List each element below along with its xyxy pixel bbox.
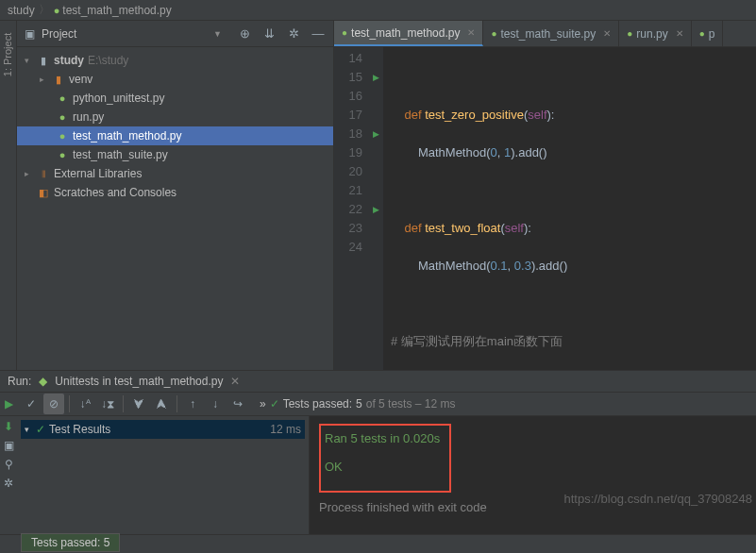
run-line-icon[interactable]: ▶ (368, 68, 383, 87)
folder-icon: ▮ (51, 74, 66, 86)
editor-tabs: ● test_math_method.py ✕ ● test_math_suit… (334, 21, 756, 47)
python-file-icon: ● (55, 130, 70, 142)
prev-icon[interactable]: ↑ (182, 394, 203, 414)
scratch-icon: ◧ (36, 187, 51, 199)
run-line-icon[interactable]: ▶ (368, 125, 383, 143)
code-editor[interactable]: 1415161718192021222324 ▶ ▶ ▶ def test_ze… (334, 47, 756, 370)
locate-icon[interactable]: ⊕ (235, 26, 254, 41)
status-popup[interactable]: Tests passed: 5 (21, 533, 120, 552)
project-tree[interactable]: ▾ ▮ study E:\study ▸ ▮ venv ● python_uni… (17, 47, 333, 370)
code-line[interactable]: MathMethod(0.1, 0.3).add() (391, 257, 756, 276)
close-icon[interactable]: ✕ (230, 375, 240, 388)
code-line[interactable]: MathMethod(0, 1).add() (391, 143, 756, 162)
play-icon[interactable]: ▶ (5, 397, 13, 411)
run-config-name[interactable]: Unittests in test_math_method.py (55, 375, 223, 388)
run-side-toolbar: ⬇ ▣ ⚲ ✲ (0, 416, 17, 534)
code-line[interactable] (391, 68, 756, 87)
project-tool-button[interactable]: 1: Project (3, 33, 14, 76)
test-duration: 12 ms (270, 423, 301, 436)
settings-icon[interactable]: ✲ (4, 477, 13, 490)
tree-file-test-math-suite[interactable]: ● test_math_suite.py (17, 145, 333, 164)
collapse-all-icon[interactable]: ⮝ (151, 394, 172, 414)
sort-icon[interactable]: ↓ᴬ (75, 394, 95, 414)
python-file-icon: ● (699, 28, 705, 39)
collapse-icon[interactable]: ⇊ (260, 26, 278, 41)
test-results-tree[interactable]: ▾ ✓ Test Results 12 ms (17, 416, 310, 534)
close-icon[interactable]: ✕ (603, 28, 611, 39)
console-line: Ran 5 tests in 0.020s (325, 431, 440, 445)
hide-icon[interactable]: — (309, 26, 328, 41)
project-header: ▣ Project ▼ ⊕ ⇊ ✲ — (17, 21, 333, 47)
console-line: OK (325, 460, 440, 474)
python-file-icon: ● (54, 5, 60, 16)
export-icon[interactable]: ↪ (227, 394, 248, 414)
project-dropdown-icon[interactable]: ▼ (213, 29, 222, 39)
code-text[interactable]: def test_zero_positive(self): MathMethod… (383, 47, 756, 370)
show-ignored-icon[interactable]: ⊘ (43, 394, 64, 414)
project-icon: ▣ (23, 27, 36, 41)
code-line[interactable]: def test_two_float(self): (391, 219, 756, 238)
folder-icon: ▮ (36, 55, 51, 67)
close-icon[interactable]: ✕ (676, 28, 683, 39)
chevron-down-icon[interactable]: ▾ (25, 56, 36, 65)
tab-run[interactable]: ● run.py ✕ (619, 21, 691, 46)
tree-scratches[interactable]: ◧ Scratches and Consoles (17, 183, 333, 202)
pin-icon[interactable]: ⚲ (5, 458, 13, 471)
run-toolbar: ▶ ✓ ⊘ ↓ᴬ ↓⧗ ⮟ ⮝ ↑ ↓ ↪ » ✓ Tests passed: … (0, 392, 756, 416)
run-tool-window: Run: ◆ Unittests in test_math_method.py … (0, 370, 756, 534)
breadcrumb-folder[interactable]: study (8, 4, 35, 17)
chevron-right-icon[interactable]: ▸ (40, 75, 51, 84)
tree-root-name: study (54, 54, 84, 67)
tree-venv[interactable]: ▸ ▮ venv (17, 70, 333, 89)
expand-all-icon[interactable]: ⮟ (128, 394, 149, 414)
python-file-icon: ◆ (39, 375, 47, 388)
tab-partial[interactable]: ● p (692, 21, 724, 46)
python-file-icon: ● (342, 27, 347, 38)
code-line[interactable] (391, 294, 756, 313)
close-icon[interactable]: ✕ (467, 27, 475, 38)
run-line-icon[interactable]: ▶ (368, 200, 383, 219)
chevron-right-icon[interactable]: ▸ (25, 169, 36, 178)
editor-area: ● test_math_method.py ✕ ● test_math_suit… (334, 21, 756, 370)
breadcrumb-sep-icon: 〉 (39, 2, 50, 18)
test-results-root[interactable]: ▾ ✓ Test Results 12 ms (21, 420, 305, 439)
run-label: Run: (8, 375, 31, 388)
library-icon: ⫴ (36, 168, 51, 180)
console-output[interactable]: Ran 5 tests in 0.020s OK Process finishe… (310, 416, 756, 534)
gear-icon[interactable]: ✲ (284, 26, 303, 41)
sort-duration-icon[interactable]: ↓⧗ (97, 394, 118, 414)
code-line[interactable]: def test_zero_positive(self): (391, 106, 756, 125)
run-header: Run: ◆ Unittests in test_math_method.py … (0, 371, 756, 392)
tree-root-path: E:\study (88, 54, 128, 67)
chevron-down-icon[interactable]: ▾ (25, 425, 36, 434)
run-gutter: ▶ ▶ ▶ (368, 47, 383, 370)
status-bar: Tests passed: 5 (0, 534, 756, 553)
line-gutter: 1415161718192021222324 (334, 47, 368, 370)
python-file-icon: ● (55, 149, 70, 160)
tree-file-unittest[interactable]: ● python_unittest.py (17, 89, 333, 108)
code-line[interactable] (391, 181, 756, 200)
tab-test-math-suite[interactable]: ● test_math_suite.py ✕ (483, 21, 619, 46)
tree-file-run[interactable]: ● run.py (17, 108, 333, 126)
python-file-icon: ● (55, 92, 70, 104)
left-tool-strip: 1: Project (0, 21, 17, 370)
check-icon: ✓ (270, 397, 279, 411)
stop-icon[interactable]: ▣ (4, 439, 14, 452)
tests-passed-status: » ✓ Tests passed: 5 of 5 tests – 12 ms (260, 397, 455, 411)
tree-root[interactable]: ▾ ▮ study E:\study (17, 51, 333, 70)
breadcrumb: study 〉 ● test_math_method.py (0, 0, 756, 21)
check-icon: ✓ (36, 423, 45, 436)
project-panel: ▣ Project ▼ ⊕ ⇊ ✲ — ▾ ▮ study E:\study ▸… (17, 21, 334, 370)
tree-file-test-math-method[interactable]: ● test_math_method.py (17, 126, 333, 145)
python-file-icon: ● (491, 28, 496, 39)
next-icon[interactable]: ↓ (205, 394, 226, 414)
project-title: Project (42, 27, 208, 41)
breadcrumb-file[interactable]: test_math_method.py (62, 4, 171, 17)
code-line[interactable]: # 编写测试用例在main函数下面 (391, 332, 756, 351)
console-highlight: Ran 5 tests in 0.020s OK (319, 424, 451, 493)
python-file-icon: ● (55, 111, 70, 123)
show-passed-icon[interactable]: ✓ (21, 394, 42, 414)
rerun-icon[interactable]: ⬇ (4, 420, 13, 433)
tab-test-math-method[interactable]: ● test_math_method.py ✕ (334, 21, 483, 46)
tree-external-libraries[interactable]: ▸ ⫴ External Libraries (17, 164, 333, 183)
